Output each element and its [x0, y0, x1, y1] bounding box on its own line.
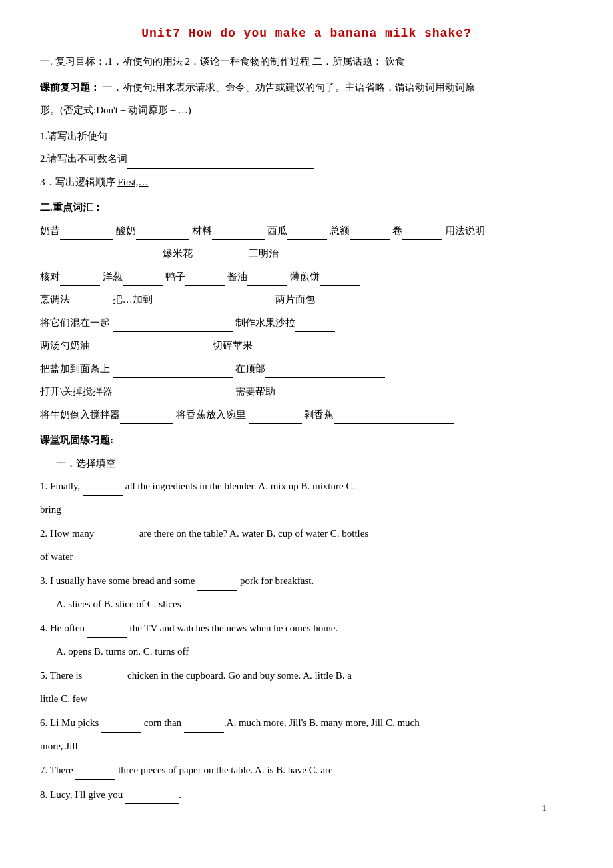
- q1-options: bring: [40, 500, 573, 519]
- exercises-sublabel: 一．选择填空: [40, 454, 573, 473]
- q4-blank[interactable]: [87, 628, 127, 638]
- v1b-blank2[interactable]: [193, 253, 246, 263]
- v6-blank2[interactable]: [265, 368, 385, 378]
- vocab-row6: 把盐加到面条上 在顶部: [40, 359, 573, 379]
- prereview-line1: 一．祈使句:用来表示请求、命令、劝告或建议的句子。主语省略，谓语动词用动词原: [103, 82, 475, 93]
- v4-blank1[interactable]: [113, 322, 233, 332]
- v1-blank3[interactable]: [212, 230, 265, 240]
- prereview-label: 课前复习题：: [40, 82, 100, 93]
- pre-q2: 2.请写出不可数名词: [40, 149, 573, 169]
- vocab-row7: 打开\关掉搅拌器 需要帮助: [40, 382, 573, 401]
- v1-blank1[interactable]: [60, 230, 113, 240]
- q8-blank[interactable]: [125, 794, 179, 804]
- q6-text: 6. Li Mu picks corn than .A. much more, …: [40, 713, 573, 733]
- q5-blank[interactable]: [85, 675, 125, 685]
- q8-text: 8. Lucy, I'll give you .: [40, 785, 573, 805]
- question-4: 4. He often the TV and watches the news …: [40, 619, 573, 661]
- question-6: 6. Li Mu picks corn than .A. much more, …: [40, 713, 573, 755]
- vocab-row1: 奶昔 酸奶 材料 西瓜 总额 卷 用法说明: [40, 221, 573, 241]
- section-review-goals: 一. 复习目标：.1．祈使句的用法 2．谈论一种食物的制作过程 二．所属话题： …: [40, 52, 573, 71]
- v7-blank1[interactable]: [113, 391, 233, 401]
- vocab-row1b: 爆米花 三明治: [40, 244, 573, 263]
- v1b-blank3[interactable]: [279, 253, 332, 263]
- pre-q3-num: 3．写出逻辑顺序 First,…: [40, 177, 149, 187]
- v2-blank4[interactable]: [247, 276, 287, 286]
- pre-q2-blank[interactable]: [127, 159, 314, 169]
- pre-q2-num: 2.请写出不可数名词: [40, 153, 127, 164]
- pre-q1: 1.请写出祈使句: [40, 127, 573, 146]
- q7-blank[interactable]: [75, 770, 115, 780]
- v8-blank1[interactable]: [120, 414, 173, 424]
- page-wrapper: Unit7 How do you make a banana milk shak…: [40, 27, 573, 827]
- v3-blank1[interactable]: [70, 299, 110, 309]
- pre-q3-blank[interactable]: [149, 181, 335, 191]
- q6-blank1[interactable]: [101, 723, 141, 733]
- v2-blank2[interactable]: [123, 276, 163, 286]
- section1-text: 复习目标：.1．祈使句的用法 2．谈论一种食物的制作过程 二．所属话题： 饮食: [55, 56, 405, 67]
- q5-options: little C. few: [40, 689, 573, 709]
- vocab-row8: 将牛奶倒入搅拌器 将香蕉放入碗里 剥香蕉: [40, 405, 573, 425]
- pre-q1-num: 1.请写出祈使句: [40, 131, 107, 141]
- section-exercises: 课堂巩固练习题: 一．选择填空 1. Finally, all the ingr…: [40, 431, 573, 804]
- q4-options: A. opens B. turns on. C. turns off: [40, 642, 573, 661]
- q2-blank[interactable]: [97, 533, 137, 543]
- v7-blank2[interactable]: [275, 391, 395, 401]
- q2-text: 2. How many are there on the table? A. w…: [40, 524, 573, 543]
- page-number: 1: [542, 803, 547, 813]
- v1-blank6[interactable]: [402, 230, 442, 240]
- q3-options: A. slices of B. slice of C. slices: [40, 595, 573, 614]
- question-5: 5. There is chicken in the cupboard. Go …: [40, 666, 573, 708]
- vocab-row4: 将它们混在一起 制作水果沙拉: [40, 313, 573, 333]
- question-2: 2. How many are there on the table? A. w…: [40, 524, 573, 566]
- q1-blank[interactable]: [83, 486, 123, 496]
- v5-blank1[interactable]: [90, 345, 210, 355]
- q7-text: 7. There three pieces of paper on the ta…: [40, 761, 573, 780]
- q2-options: of water: [40, 547, 573, 567]
- question-1: 1. Finally, all the ingredients in the b…: [40, 477, 573, 519]
- exercises-title: 课堂巩固练习题:: [40, 431, 573, 450]
- question-7: 7. There three pieces of paper on the ta…: [40, 761, 573, 780]
- v3-blank2[interactable]: [153, 299, 273, 309]
- section-vocab: 二.重点词汇： 奶昔 酸奶 材料 西瓜 总额 卷 用法说明 爆米花 三明治 核对…: [40, 198, 573, 424]
- q3-blank[interactable]: [197, 581, 237, 591]
- q4-text: 4. He often the TV and watches the news …: [40, 619, 573, 638]
- prereview-line2: 形。(否定式:Don't＋动词原形＋…): [40, 101, 573, 120]
- v1b-blank1[interactable]: [40, 253, 160, 263]
- vocab-row2: 核对 洋葱 鸭子 酱油 薄煎饼: [40, 267, 573, 287]
- v1-blank2[interactable]: [136, 230, 189, 240]
- question-8: 8. Lucy, I'll give you .: [40, 785, 573, 805]
- v2-blank3[interactable]: [185, 276, 225, 286]
- pre-q1-blank[interactable]: [107, 135, 294, 145]
- v4-blank2[interactable]: [295, 322, 335, 332]
- section-prereview: 课前复习题： 一．祈使句:用来表示请求、命令、劝告或建议的句子。主语省略，谓语动…: [40, 78, 573, 120]
- pre-questions: 1.请写出祈使句 2.请写出不可数名词 3．写出逻辑顺序 First,…: [40, 127, 573, 192]
- q3-text: 3. I usually have some bread and some po…: [40, 571, 573, 591]
- q6-options: more, Jill: [40, 737, 573, 756]
- q1-text: 1. Finally, all the ingredients in the b…: [40, 477, 573, 496]
- v1-blank4[interactable]: [287, 230, 327, 240]
- question-3: 3. I usually have some bread and some po…: [40, 571, 573, 613]
- v1-blank5[interactable]: [350, 230, 390, 240]
- pre-q3: 3．写出逻辑顺序 First,…: [40, 173, 573, 192]
- vocab-row3: 烹调法 把…加到 两片面包: [40, 290, 573, 309]
- v8-blank3[interactable]: [334, 414, 454, 424]
- q6-blank2[interactable]: [184, 723, 224, 733]
- vocab-label: 二.重点词汇：: [40, 198, 573, 217]
- v2-blank1[interactable]: [60, 276, 100, 286]
- page-title: Unit7 How do you make a banana milk shak…: [40, 27, 573, 40]
- section1-label: 一.: [40, 56, 53, 67]
- q5-text: 5. There is chicken in the cupboard. Go …: [40, 666, 573, 685]
- v2-blank5[interactable]: [320, 276, 360, 286]
- v6-blank1[interactable]: [113, 368, 233, 378]
- v3-blank3[interactable]: [315, 299, 368, 309]
- v8-blank2[interactable]: [249, 414, 302, 424]
- vocab-row5: 两汤勺奶油 切碎苹果: [40, 336, 573, 355]
- v5-blank2[interactable]: [253, 345, 372, 355]
